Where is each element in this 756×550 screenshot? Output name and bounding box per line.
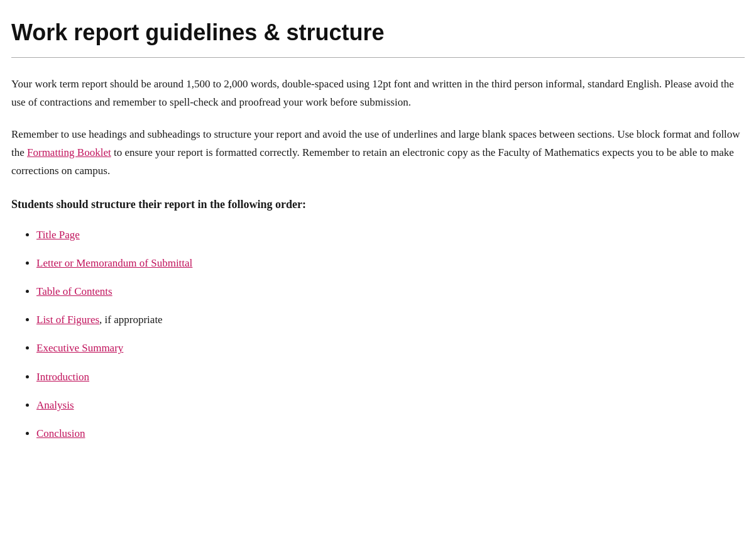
divider	[11, 57, 745, 58]
page-title: Work report guidelines & structure	[11, 19, 745, 46]
formatting-booklet-link[interactable]: Formatting Booklet	[27, 146, 111, 158]
list-item: Executive Summary	[36, 339, 745, 356]
list-item: Analysis	[36, 397, 745, 414]
list-item-link-4[interactable]: Executive Summary	[36, 342, 123, 354]
list-item: List of Figures, if appropriate	[36, 311, 745, 328]
structure-list: Title PageLetter or Memorandum of Submit…	[11, 226, 745, 443]
paragraph2-after-link: to ensure your report is formatted corre…	[11, 146, 734, 177]
list-item-link-5[interactable]: Introduction	[36, 371, 89, 383]
list-item-link-7[interactable]: Conclusion	[36, 427, 85, 439]
list-item: Introduction	[36, 368, 745, 385]
list-item-link-1[interactable]: Letter or Memorandum of Submittal	[36, 257, 192, 269]
list-item: Letter or Memorandum of Submittal	[36, 255, 745, 272]
second-paragraph: Remember to use headings and subheadings…	[11, 126, 745, 180]
section-heading: Students should structure their report i…	[11, 198, 745, 211]
list-item-link-3[interactable]: List of Figures	[36, 314, 99, 326]
list-item: Table of Contents	[36, 283, 745, 300]
list-item: Title Page	[36, 226, 745, 243]
list-item-link-6[interactable]: Analysis	[36, 399, 74, 411]
intro-paragraph: Your work term report should be around 1…	[11, 75, 745, 112]
list-item-link-0[interactable]: Title Page	[36, 229, 80, 241]
list-item-suffix-3: , if appropriate	[99, 314, 163, 326]
list-item-link-2[interactable]: Table of Contents	[36, 285, 112, 297]
list-item: Conclusion	[36, 425, 745, 442]
